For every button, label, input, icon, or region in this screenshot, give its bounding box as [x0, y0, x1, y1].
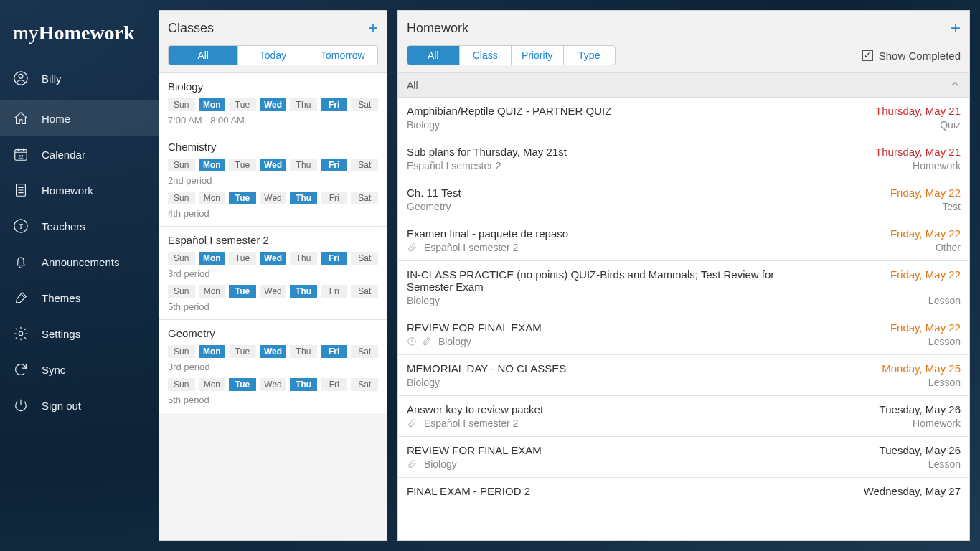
- homework-tab-all[interactable]: All: [407, 46, 460, 65]
- homework-tab-priority[interactable]: Priority: [512, 46, 564, 65]
- classes-tab-all[interactable]: All: [169, 46, 238, 65]
- nav-item-announcements[interactable]: Announcements: [0, 244, 159, 280]
- schedule-subtext: 5th period: [168, 301, 378, 312]
- nav-label: Themes: [42, 292, 80, 304]
- day-badge: Sun: [168, 98, 195, 111]
- chevron-up-icon: [949, 78, 961, 92]
- homework-item-title: IN-CLASS PRACTICE (no points) QUIZ-Birds…: [407, 268, 809, 293]
- homework-item-type: Other: [936, 242, 961, 253]
- homework-item[interactable]: Answer key to review packetTuesday, May …: [398, 396, 969, 437]
- schedule-days: SunMonTueWedThuFriSat: [168, 192, 378, 204]
- nav-item-settings[interactable]: Settings: [0, 316, 159, 352]
- nav-item-sign-out[interactable]: Sign out: [0, 387, 159, 423]
- homework-item[interactable]: IN-CLASS PRACTICE (no points) QUIZ-Birds…: [398, 261, 969, 314]
- homework-item-type: Lesson: [928, 295, 961, 306]
- attachment-icon: [421, 336, 431, 347]
- homework-group-header[interactable]: All: [398, 73, 969, 98]
- nav-label: Sign out: [42, 400, 81, 412]
- day-badge: Tue: [229, 378, 256, 391]
- homework-item-type: Homework: [913, 418, 961, 429]
- day-badge: Mon: [199, 192, 226, 204]
- homework-item[interactable]: REVIEW FOR FINAL EXAMFriday, May 22 Biol…: [398, 314, 969, 355]
- schedule-days: SunMonTueWedThuFriSat: [168, 159, 378, 171]
- classes-tab-tomorrow[interactable]: Tomorrow: [308, 46, 377, 65]
- homework-item-due: Tuesday, May 26: [880, 403, 961, 415]
- nav-item-home[interactable]: Home: [0, 100, 159, 136]
- show-completed-toggle[interactable]: ✓ Show Completed: [862, 50, 961, 62]
- homework-filter-tabs: AllClassPriorityType: [407, 45, 616, 65]
- homework-item[interactable]: REVIEW FOR FINAL EXAMTuesday, May 26 Bio…: [398, 437, 969, 478]
- homework-item[interactable]: Ch. 11 TestFriday, May 22GeometryTest: [398, 179, 969, 220]
- home-icon: [13, 110, 29, 126]
- schedule-subtext: 2nd period: [168, 175, 378, 186]
- class-name: Chemistry: [168, 141, 378, 153]
- homework-tab-type[interactable]: Type: [564, 46, 616, 65]
- add-homework-button[interactable]: +: [951, 19, 961, 37]
- day-badge: Sun: [168, 252, 195, 265]
- homework-item[interactable]: Examen final - paquete de repasoFriday, …: [398, 220, 969, 261]
- day-badge: Fri: [321, 345, 348, 358]
- day-badge: Fri: [321, 192, 348, 204]
- day-badge: Tue: [229, 285, 256, 298]
- class-card[interactable]: BiologySunMonTueWedThuFriSat7:00 AM - 8:…: [159, 73, 387, 133]
- homework-item-type: Test: [942, 201, 961, 212]
- nav-label: Announcements: [42, 256, 119, 268]
- day-badge: Fri: [321, 285, 348, 298]
- class-name: Geometry: [168, 327, 378, 339]
- nav-item-teachers[interactable]: TTeachers: [0, 208, 159, 244]
- homework-item-title: Amphibian/Reptile QUIZ - PARTNER QUIZ: [407, 105, 611, 117]
- homework-group-label: All: [407, 80, 418, 91]
- homework-item-title: MEMORIAL DAY - NO CLASSES: [407, 362, 566, 375]
- day-badge: Thu: [290, 378, 317, 391]
- day-badge: Tue: [229, 252, 256, 265]
- homework-item[interactable]: Amphibian/Reptile QUIZ - PARTNER QUIZThu…: [398, 98, 969, 138]
- nav-label: Sync: [42, 364, 65, 376]
- homework-item-due: Friday, May 22: [890, 187, 961, 199]
- nav-label: Home: [42, 113, 70, 125]
- class-card[interactable]: GeometrySunMonTueWedThuFriSat3rd periodS…: [159, 320, 387, 413]
- homework-item[interactable]: FINAL EXAM - PERIOD 2Wednesday, May 27: [398, 478, 969, 507]
- homework-item-type: Quiz: [940, 119, 961, 131]
- homework-item-type: Lesson: [928, 336, 961, 347]
- day-badge: Wed: [260, 192, 287, 204]
- homework-tab-class[interactable]: Class: [460, 46, 512, 65]
- class-card[interactable]: Español I semester 2SunMonTueWedThuFriSa…: [159, 227, 387, 320]
- day-badge: Sat: [351, 345, 378, 358]
- user-profile-link[interactable]: Billy: [0, 60, 159, 96]
- homework-item-title: REVIEW FOR FINAL EXAM: [407, 444, 542, 456]
- main-area: Classes + AllTodayTomorrow BiologySunMon…: [159, 0, 980, 551]
- day-badge: Sun: [168, 192, 195, 204]
- nav-label: Homework: [42, 184, 93, 197]
- sidebar: myHomework Billy Home22CalendarHomeworkT…: [0, 0, 159, 551]
- add-class-button[interactable]: +: [368, 19, 378, 37]
- user-name: Billy: [42, 72, 62, 85]
- classes-list[interactable]: BiologySunMonTueWedThuFriSat7:00 AM - 8:…: [159, 73, 387, 540]
- nav-item-calendar[interactable]: 22Calendar: [0, 136, 159, 172]
- homework-panel: Homework + AllClassPriorityType ✓ Show C…: [397, 10, 970, 541]
- themes-icon: [13, 290, 29, 306]
- schedule-days: SunMonTueWedThuFriSat: [168, 98, 378, 111]
- nav-item-themes[interactable]: Themes: [0, 280, 159, 316]
- schedule-subtext: 4th period: [168, 208, 378, 219]
- day-badge: Fri: [321, 159, 348, 171]
- day-badge: Tue: [229, 345, 256, 358]
- show-completed-checkbox[interactable]: ✓: [862, 50, 873, 61]
- day-badge: Sat: [351, 378, 378, 391]
- nav-label: Teachers: [42, 220, 85, 232]
- classes-tab-today[interactable]: Today: [238, 46, 308, 65]
- day-badge: Thu: [290, 345, 317, 358]
- class-card[interactable]: ChemistrySunMonTueWedThuFriSat2nd period…: [159, 133, 387, 227]
- day-badge: Thu: [290, 159, 317, 171]
- homework-list[interactable]: All Amphibian/Reptile QUIZ - PARTNER QUI…: [398, 73, 969, 540]
- schedule-days: SunMonTueWedThuFriSat: [168, 345, 378, 358]
- nav-item-sync[interactable]: Sync: [0, 352, 159, 387]
- nav-item-homework[interactable]: Homework: [0, 172, 159, 208]
- day-badge: Sat: [351, 98, 378, 111]
- nav-label: Settings: [42, 328, 80, 340]
- homework-item[interactable]: Sub plans for Thursday, May 21stThursday…: [398, 138, 969, 179]
- homework-item[interactable]: MEMORIAL DAY - NO CLASSESMonday, May 25B…: [398, 355, 969, 396]
- homework-item-class: Biology: [407, 458, 457, 470]
- attachment-icon: [407, 418, 417, 428]
- day-badge: Wed: [260, 345, 287, 358]
- day-badge: Fri: [321, 98, 348, 111]
